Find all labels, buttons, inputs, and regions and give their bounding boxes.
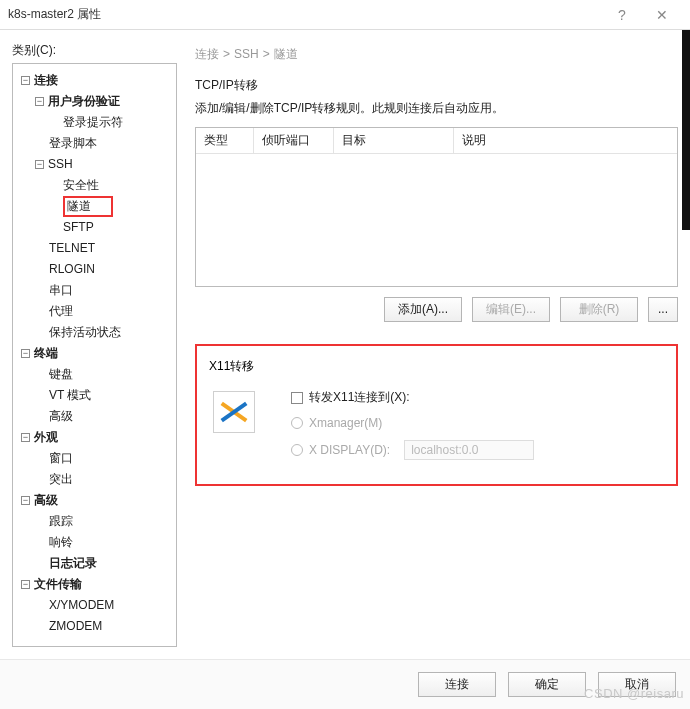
category-label: 类别(C):	[12, 42, 177, 59]
tree-xymodem[interactable]: X/YMODEM	[35, 595, 172, 616]
collapse-icon[interactable]: −	[21, 433, 30, 442]
col-desc[interactable]: 说明	[454, 128, 677, 153]
dialog-body: 类别(C): −连接 −用户身份验证 登录提示符 登录脚本 −SSH 安全性 隧…	[0, 30, 690, 659]
add-button[interactable]: 添加(A)...	[384, 297, 462, 322]
tree-terminal[interactable]: −终端 键盘 VT 模式 高级	[21, 343, 172, 427]
help-button[interactable]: ?	[602, 7, 642, 23]
tree-rlogin[interactable]: RLOGIN	[35, 259, 172, 280]
tree-auth[interactable]: −用户身份验证 登录提示符	[35, 91, 172, 133]
tcp-title: TCP/IP转移	[195, 77, 678, 94]
col-port[interactable]: 侦听端口	[254, 128, 334, 153]
dialog-footer: 连接 确定 取消	[0, 659, 690, 709]
table-header: 类型 侦听端口 目标 说明	[196, 128, 677, 154]
radio-icon[interactable]	[291, 417, 303, 429]
titlebar: k8s-master2 属性 ? ✕	[0, 0, 690, 30]
tree-trace[interactable]: 跟踪	[35, 511, 172, 532]
tree-filetransfer[interactable]: −文件传输 X/YMODEM ZMODEM	[21, 574, 172, 637]
collapse-icon[interactable]: −	[35, 160, 44, 169]
collapse-icon[interactable]: −	[35, 97, 44, 106]
x11-title: X11转移	[209, 358, 660, 375]
tcp-rules-table[interactable]: 类型 侦听端口 目标 说明	[195, 127, 678, 287]
checkbox-icon[interactable]	[291, 392, 303, 404]
tree-term-adv[interactable]: 高级	[35, 406, 172, 427]
tree-ssh[interactable]: −SSH 安全性 隧道 SFTP	[35, 154, 172, 238]
collapse-icon[interactable]: −	[21, 496, 30, 505]
tree-appearance[interactable]: −外观 窗口 突出	[21, 427, 172, 490]
tree-keepalive[interactable]: 保持活动状态	[35, 322, 172, 343]
close-button[interactable]: ✕	[642, 7, 682, 23]
tcp-desc: 添加/编辑/删除TCP/IP转移规则。此规则连接后自动应用。	[195, 100, 678, 117]
x11-section: X11转移 转发X11连接到(X): Xmanager(M) X DISPLAY…	[195, 344, 678, 486]
tree-serial[interactable]: 串口	[35, 280, 172, 301]
tree-vt[interactable]: VT 模式	[35, 385, 172, 406]
radio-icon[interactable]	[291, 444, 303, 456]
collapse-icon[interactable]: −	[21, 349, 30, 358]
col-type[interactable]: 类型	[196, 128, 254, 153]
x11-xmanager-row[interactable]: Xmanager(M)	[291, 416, 660, 430]
breadcrumb: 连接>SSH>隧道	[195, 46, 678, 63]
window-title: k8s-master2 属性	[8, 6, 602, 23]
collapse-icon[interactable]: −	[21, 580, 30, 589]
tree-highlight[interactable]: 突出	[35, 469, 172, 490]
x11-forward-row[interactable]: 转发X11连接到(X):	[291, 389, 660, 406]
tree-bell[interactable]: 响铃	[35, 532, 172, 553]
collapse-icon[interactable]: −	[21, 76, 30, 85]
tree-window[interactable]: 窗口	[35, 448, 172, 469]
col-target[interactable]: 目标	[334, 128, 454, 153]
x11-xdisplay-row[interactable]: X DISPLAY(D): localhost:0.0	[291, 440, 660, 460]
edit-button[interactable]: 编辑(E)...	[472, 297, 550, 322]
tree-login-script[interactable]: 登录脚本	[35, 133, 172, 154]
tcp-button-row: 添加(A)... 编辑(E)... 删除(R) ...	[195, 297, 678, 322]
tree-proxy[interactable]: 代理	[35, 301, 172, 322]
tree-connection[interactable]: −连接 −用户身份验证 登录提示符 登录脚本 −SSH 安全性 隧道 SFTP	[21, 70, 172, 343]
tree-logging[interactable]: 日志记录	[35, 553, 172, 574]
tree-ssh-security[interactable]: 安全性	[49, 175, 172, 196]
tree-telnet[interactable]: TELNET	[35, 238, 172, 259]
cancel-button[interactable]: 取消	[598, 672, 676, 697]
tree-ssh-tunnel[interactable]: 隧道	[49, 196, 172, 217]
tree-login-prompt[interactable]: 登录提示符	[49, 112, 172, 133]
connect-button[interactable]: 连接	[418, 672, 496, 697]
xmanager-icon	[213, 391, 255, 433]
tree-advanced[interactable]: −高级 跟踪 响铃 日志记录	[21, 490, 172, 574]
tree-ssh-sftp[interactable]: SFTP	[49, 217, 172, 238]
tree-zmodem[interactable]: ZMODEM	[35, 616, 172, 637]
ok-button[interactable]: 确定	[508, 672, 586, 697]
delete-button[interactable]: 删除(R)	[560, 297, 638, 322]
xdisplay-input[interactable]: localhost:0.0	[404, 440, 534, 460]
category-tree[interactable]: −连接 −用户身份验证 登录提示符 登录脚本 −SSH 安全性 隧道 SFTP	[12, 63, 177, 647]
tree-keyboard[interactable]: 键盘	[35, 364, 172, 385]
more-button[interactable]: ...	[648, 297, 678, 322]
